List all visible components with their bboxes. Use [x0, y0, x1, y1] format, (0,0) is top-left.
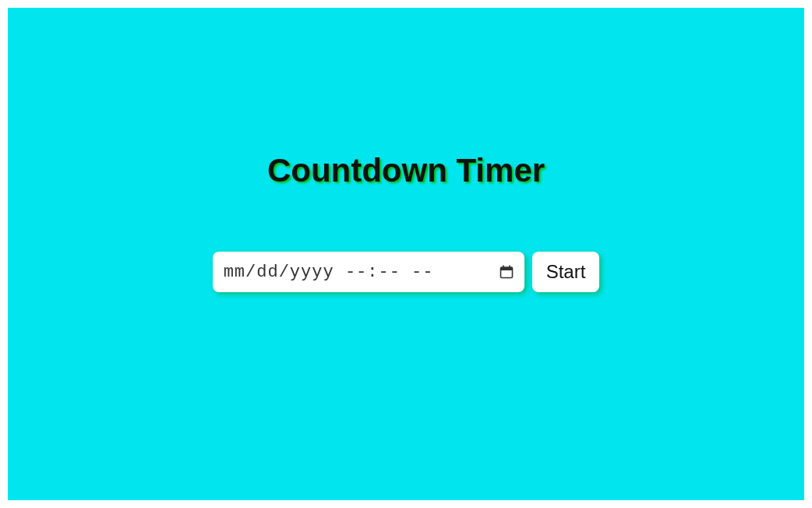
start-button[interactable]: Start: [532, 252, 600, 292]
page-background: Countdown Timer mm/dd/yyyy --:-- -- Star…: [8, 8, 804, 500]
datetime-input[interactable]: mm/dd/yyyy --:-- --: [213, 252, 524, 292]
svg-rect-1: [500, 267, 512, 270]
calendar-icon[interactable]: [500, 265, 514, 279]
datetime-placeholder: mm/dd/yyyy --:-- --: [224, 263, 500, 282]
controls-row: mm/dd/yyyy --:-- -- Start: [213, 252, 600, 292]
page-title: Countdown Timer: [267, 152, 545, 189]
